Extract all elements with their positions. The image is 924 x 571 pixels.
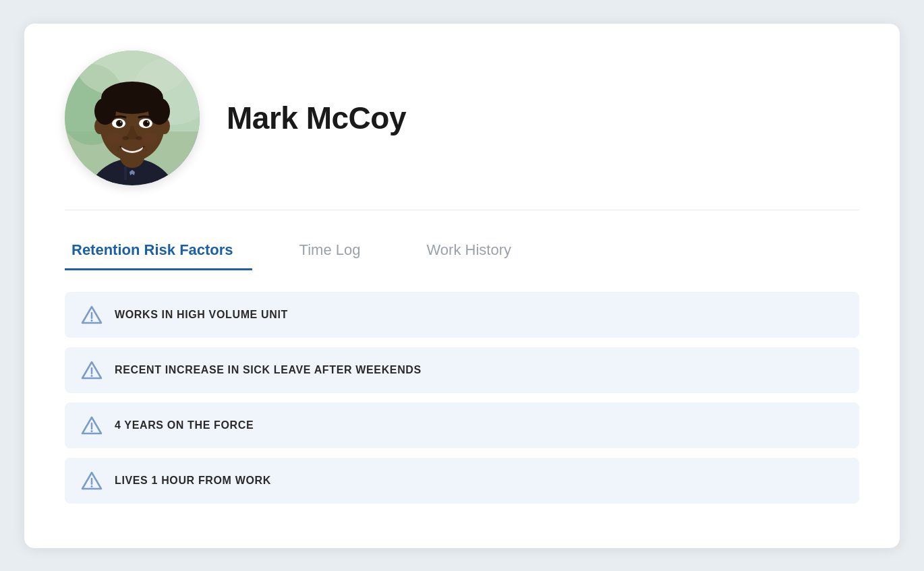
tab-retention-risk[interactable]: Retention Risk Factors bbox=[65, 235, 252, 270]
tab-time-log[interactable]: Time Log bbox=[293, 235, 380, 270]
svg-point-15 bbox=[148, 98, 170, 125]
employee-card: Mark McCoy Retention Risk Factors Time L… bbox=[24, 23, 900, 549]
risk-factor-text: 4 YEARS ON THE FORCE bbox=[115, 419, 254, 431]
tabs-section: Retention Risk Factors Time Log Work His… bbox=[65, 235, 859, 270]
list-item: LIVES 1 HOUR FROM WORK bbox=[65, 458, 859, 504]
employee-name: Mark McCoy bbox=[227, 100, 406, 136]
svg-point-39 bbox=[91, 485, 93, 487]
avatar bbox=[65, 51, 200, 185]
profile-section: Mark McCoy bbox=[65, 51, 859, 210]
svg-rect-7 bbox=[124, 167, 127, 180]
warning-icon bbox=[81, 359, 103, 381]
list-item: RECENT INCREASE IN SICK LEAVE AFTER WEEK… bbox=[65, 347, 859, 393]
svg-point-25 bbox=[136, 136, 142, 140]
svg-point-14 bbox=[94, 98, 116, 125]
svg-point-26 bbox=[107, 133, 123, 144]
svg-point-24 bbox=[122, 136, 129, 140]
warning-icon bbox=[81, 304, 103, 326]
tab-work-history[interactable]: Work History bbox=[420, 235, 531, 270]
warning-icon bbox=[81, 415, 103, 436]
svg-point-36 bbox=[91, 430, 93, 432]
svg-point-23 bbox=[147, 121, 148, 123]
risk-factor-text: LIVES 1 HOUR FROM WORK bbox=[115, 475, 271, 487]
svg-point-27 bbox=[142, 133, 158, 144]
warning-icon bbox=[81, 470, 103, 491]
svg-point-22 bbox=[120, 121, 121, 123]
risk-factors-list: WORKS IN HIGH VOLUME UNIT RECENT INCREAS… bbox=[65, 292, 859, 504]
risk-factor-text: RECENT INCREASE IN SICK LEAVE AFTER WEEK… bbox=[115, 364, 422, 376]
risk-factor-text: WORKS IN HIGH VOLUME UNIT bbox=[115, 309, 288, 321]
svg-point-30 bbox=[91, 320, 93, 322]
svg-point-33 bbox=[91, 375, 93, 377]
list-item: WORKS IN HIGH VOLUME UNIT bbox=[65, 292, 859, 338]
list-item: 4 YEARS ON THE FORCE bbox=[65, 402, 859, 448]
